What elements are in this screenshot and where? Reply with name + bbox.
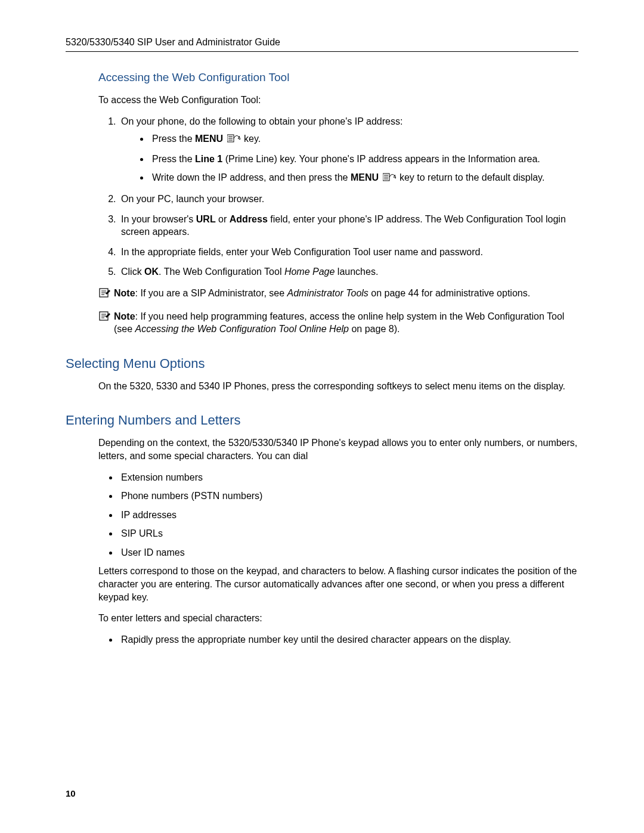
step-1-bullet-3: Write down the IP address, and then pres… (150, 171, 578, 185)
entry-para-3: To enter letters and special characters: (98, 612, 578, 625)
text: : If you are a SIP Administrator, see (135, 288, 287, 298)
note-2: Note: If you need help programming featu… (98, 310, 578, 336)
step-5: Click OK. The Web Configuration Tool Hom… (119, 265, 578, 278)
entry-para-2: Letters correspond to those on the keypa… (98, 565, 578, 603)
entry-steps: Rapidly press the appropriate number key… (98, 633, 578, 646)
menu-options-para: On the 5320, 5330 and 5340 IP Phones, pr… (98, 380, 578, 393)
note-2-text: Note: If you need help programming featu… (114, 310, 578, 336)
text: key to return to the default display. (400, 172, 544, 182)
web-config-steps: On your phone, do the following to obtai… (98, 115, 578, 278)
menu-key-icon (227, 132, 240, 147)
note-label: Note (114, 311, 135, 321)
list-item: SIP URLs (119, 527, 578, 540)
web-config-intro: To access the Web Configuration Tool: (98, 94, 578, 107)
address-label: Address (230, 214, 268, 224)
text: key. (244, 134, 261, 144)
heading-selecting-menu-options: Selecting Menu Options (66, 356, 578, 371)
home-page-label: Home Page (284, 267, 335, 277)
step-2: On your PC, launch your browser. (119, 193, 578, 206)
note-1-text: Note: If you are a SIP Administrator, se… (114, 287, 578, 300)
web-config-body: To access the Web Configuration Tool: On… (98, 94, 578, 278)
text: In your browser's (121, 214, 196, 224)
step-3: In your browser's URL or Address field, … (119, 213, 578, 239)
list-item: IP addresses (119, 509, 578, 522)
text: Write down the IP address, and then pres… (152, 172, 351, 182)
entry-list: Extension numbers Phone numbers (PSTN nu… (98, 471, 578, 559)
list-item: Phone numbers (PSTN numbers) (119, 490, 578, 503)
note-1: Note: If you are a SIP Administrator, se… (98, 287, 578, 302)
menu-label: MENU (351, 172, 379, 182)
online-help-ref: Accessing the Web Configuration Tool Onl… (135, 324, 349, 334)
step-1-sublist: Press the MENU key. (121, 132, 578, 185)
note-label: Note (114, 288, 135, 298)
heading-accessing-web-config: Accessing the Web Configuration Tool (98, 71, 578, 84)
step-1-lead: On your phone, do the following to obtai… (121, 116, 402, 126)
text: launches. (335, 267, 378, 277)
step-4: In the appropriate fields, enter your We… (119, 246, 578, 259)
text: on page 8). (349, 324, 400, 334)
note-icon (98, 287, 110, 302)
text: on page 44 for administrative options. (369, 288, 530, 298)
menu-key-icon (383, 171, 396, 185)
document-page: 5320/5330/5340 SIP User and Administrato… (0, 0, 644, 833)
menu-options-body: On the 5320, 5330 and 5340 IP Phones, pr… (98, 380, 578, 393)
running-header: 5320/5330/5340 SIP User and Administrato… (66, 37, 578, 52)
note-icon (98, 311, 110, 325)
list-item: User ID names (119, 546, 578, 559)
list-item: Extension numbers (119, 471, 578, 484)
text: (Prime Line) key. Your phone's IP addres… (222, 154, 540, 164)
text: or (216, 214, 230, 224)
step-1-bullet-2: Press the Line 1 (Prime Line) key. Your … (150, 153, 578, 166)
list-item: Rapidly press the appropriate number key… (119, 633, 578, 646)
page-number: 10 (66, 788, 76, 798)
step-1: On your phone, do the following to obtai… (119, 115, 578, 185)
menu-label: MENU (195, 134, 223, 144)
line1-label: Line 1 (195, 154, 222, 164)
text: Press the (152, 134, 195, 144)
text: . The Web Configuration Tool (159, 267, 284, 277)
entry-intro: Depending on the context, the 5320/5330/… (98, 436, 578, 462)
entry-body: Depending on the context, the 5320/5330/… (98, 436, 578, 646)
url-label: URL (196, 214, 216, 224)
text: Press the (152, 154, 195, 164)
step-1-bullet-1: Press the MENU key. (150, 132, 578, 147)
ok-label: OK (144, 267, 159, 277)
heading-entering-numbers-letters: Entering Numbers and Letters (66, 413, 578, 428)
text: Click (121, 267, 144, 277)
admin-tools-ref: Administrator Tools (287, 288, 369, 298)
